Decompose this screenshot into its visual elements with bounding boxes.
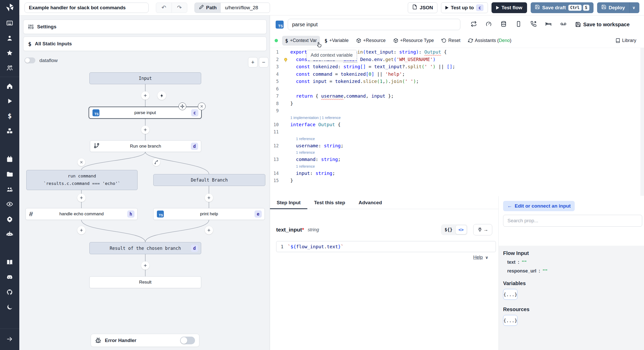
code-line[interactable]: 7return { username,command, input };: [270, 92, 644, 100]
codelens[interactable]: 1 reference: [270, 136, 644, 142]
code-line[interactable]: 6: [270, 85, 644, 93]
code-line[interactable]: 14input: string;: [270, 170, 644, 177]
codelens[interactable]: 1 reference: [270, 149, 644, 156]
code-line[interactable]: 8}: [270, 100, 644, 107]
sidebar-item-settings-icon[interactable]: [0, 211, 19, 226]
code-line[interactable]: 5const input = tokenized.slice(1,).join(…: [270, 78, 644, 85]
code-mode-button[interactable]: <>: [455, 225, 467, 234]
node-print-help[interactable]: TS print help e: [153, 208, 265, 220]
add-step-button[interactable]: [141, 261, 149, 270]
variables-object-chip[interactable]: {...}: [503, 289, 518, 300]
add-step-button[interactable]: [77, 194, 86, 202]
deploy-button[interactable]: Deploy ∨: [597, 2, 639, 13]
sidebar-item-workspace-icon[interactable]: [0, 15, 19, 30]
step-name-input[interactable]: parse input: [288, 19, 460, 30]
redo-button[interactable]: ↷: [172, 3, 187, 13]
context-var-button[interactable]: $+Context Var: [282, 36, 320, 46]
sidebar-item-docs-icon[interactable]: [0, 255, 19, 270]
code-line[interactable]: 10interface Output {: [270, 121, 644, 129]
sidebar-item-github-icon[interactable]: [0, 285, 19, 300]
mock-voicemail-icon[interactable]: [560, 21, 566, 28]
sidebar-item-folders-icon[interactable]: [0, 167, 19, 182]
sidebar-item-audit-logs-icon[interactable]: [0, 197, 19, 211]
code-line[interactable]: 9: [270, 107, 644, 115]
assistants-button[interactable]: Assistants (Deno): [465, 36, 514, 45]
sidebar-item-collaborators-icon[interactable]: [0, 60, 19, 75]
node-run-command-branch[interactable]: run command `results.c.command === 'echo…: [26, 170, 138, 190]
lightbulb-icon[interactable]: [283, 57, 288, 62]
path-chip[interactable]: Path: [195, 3, 221, 13]
template-mode-button[interactable]: ${}: [442, 225, 455, 234]
reset-button[interactable]: Reset: [438, 36, 463, 45]
save-draft-button[interactable]: Save draft CtrlS: [531, 2, 594, 13]
tab-advanced[interactable]: Advanced: [359, 196, 382, 209]
code-line[interactable]: 11: [270, 128, 644, 136]
code-line[interactable]: 12username: string;: [270, 142, 644, 150]
code-line[interactable]: 15}: [270, 177, 644, 184]
test-flow-button[interactable]: Test flow: [492, 2, 527, 13]
resource-button[interactable]: +Resource: [353, 36, 389, 45]
node-input[interactable]: Input: [89, 72, 201, 84]
expand-sidebar-icon[interactable]: [0, 331, 19, 346]
test-up-to-button[interactable]: Test up to c: [441, 2, 488, 13]
node-branch-result[interactable]: Result of the chosen branch d: [89, 242, 201, 254]
library-button[interactable]: Library: [612, 36, 639, 45]
add-step-button[interactable]: [141, 91, 149, 100]
node-default-branch[interactable]: Default Branch: [153, 174, 265, 186]
node-handle-echo-command[interactable]: # handle echo command h: [26, 208, 138, 220]
early-stop-gauge-icon[interactable]: [486, 21, 492, 28]
chevron-down-icon[interactable]: ∨: [485, 255, 488, 260]
code-line[interactable]: 4const command = tokenized[0] || 'help';: [270, 71, 644, 78]
sidebar-item-groups-icon[interactable]: [0, 182, 19, 197]
delete-node-button[interactable]: [198, 103, 206, 110]
resource-type-button[interactable]: +Resource Type: [390, 36, 437, 45]
tab-test-this-step[interactable]: Test this step: [314, 196, 345, 209]
remove-branch-button[interactable]: [78, 158, 85, 166]
expression-editor[interactable]: 1 `${flow_input.text}`: [276, 241, 496, 252]
node-result[interactable]: Result: [89, 276, 201, 288]
chevron-down-icon[interactable]: ∨: [632, 5, 635, 10]
codelens[interactable]: 1 implementation | 1 reference: [270, 115, 644, 121]
sidebar-item-runs-icon[interactable]: [0, 93, 19, 108]
cache-database-icon[interactable]: [501, 21, 507, 28]
code-line[interactable]: 13command: string;: [270, 156, 644, 163]
codelens[interactable]: 1 reference: [270, 163, 644, 170]
add-step-button[interactable]: [205, 194, 213, 202]
trigger-bolt-button[interactable]: [157, 91, 166, 100]
flow-input-prop-text[interactable]: text:"": [507, 260, 644, 265]
add-step-button[interactable]: [205, 226, 213, 234]
scrollbar[interactable]: [640, 48, 644, 196]
move-node-button[interactable]: [179, 103, 186, 110]
sidebar-item-home-icon[interactable]: [0, 79, 19, 93]
phone-incoming-icon[interactable]: [530, 21, 537, 28]
path-value-input[interactable]: u/henri/flow_28: [221, 3, 270, 13]
add-step-button[interactable]: [77, 226, 86, 234]
sidebar-item-resources-icon[interactable]: [0, 123, 19, 138]
help-link[interactable]: Help: [473, 255, 483, 260]
error-handler-toggle[interactable]: [180, 337, 195, 344]
variable-button[interactable]: $+Variable: [321, 36, 352, 46]
sidebar-item-schedules-icon[interactable]: [0, 152, 19, 167]
tab-step-input[interactable]: Step Input: [277, 196, 301, 209]
suspend-mobile-icon[interactable]: [515, 21, 522, 28]
undo-button[interactable]: ↶: [156, 3, 172, 13]
sidebar-item-user-icon[interactable]: [0, 30, 19, 45]
sleep-bed-icon[interactable]: [545, 21, 552, 28]
connect-input-button[interactable]: →: [473, 224, 492, 235]
code-line[interactable]: 3const tokenized: string[] = text_input?…: [270, 63, 644, 71]
code-editor[interactable]: 1export async function main(text_input: …: [270, 48, 644, 196]
json-button[interactable]: JSON: [408, 2, 437, 13]
flow-input-prop-response_url[interactable]: response_url:"": [507, 268, 644, 274]
sidebar-item-dark-mode-icon[interactable]: [0, 300, 19, 314]
edit-or-connect-button[interactable]: ← Edit or connect an input: [503, 201, 575, 211]
sidebar-item-discord-icon[interactable]: [0, 270, 19, 285]
retry-repeat-icon[interactable]: [471, 21, 477, 28]
save-to-workspace-button[interactable]: Save to workspace: [575, 22, 630, 28]
add-branch-button[interactable]: [152, 158, 160, 166]
resources-object-chip[interactable]: {...}: [503, 315, 518, 326]
flow-title-input[interactable]: Example handler for slack bot commands: [24, 3, 149, 13]
add-step-button[interactable]: [141, 126, 149, 134]
node-run-one-branch[interactable]: Run one branch d: [90, 140, 201, 152]
windmill-logo[interactable]: [0, 0, 19, 15]
search-prop-input[interactable]: [503, 215, 642, 227]
